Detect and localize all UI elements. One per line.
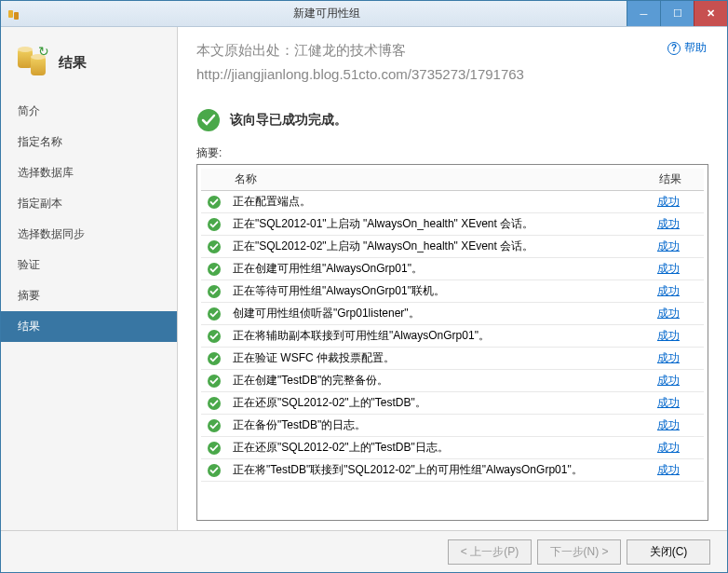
check-icon [207, 374, 222, 389]
result-link[interactable]: 成功 [657, 217, 680, 230]
check-icon [207, 239, 222, 254]
check-icon [207, 307, 222, 321]
check-icon [207, 418, 222, 433]
table-row: 正在备份"TestDB"的日志。成功 [201, 415, 704, 437]
table-row: 正在将"TestDB"联接到"SQL2012-02"上的可用性组"AlwaysO… [201, 459, 704, 482]
nav-item[interactable]: 验证 [1, 250, 177, 280]
window-title: 新建可用性组 [27, 6, 627, 21]
svg-rect-0 [8, 10, 13, 18]
nav-item[interactable]: 结果 [1, 311, 177, 342]
row-name: 正在创建"TestDB"的完整备份。 [227, 370, 652, 392]
table-row: 正在"SQL2012-02"上启动 "AlwaysOn_health" XEve… [201, 236, 704, 258]
titlebar: 新建可用性组 ─ ☐ ✕ [1, 1, 727, 27]
success-text: 该向导已成功完成。 [230, 112, 347, 129]
watermark-text: 本文原始出处：江健龙的技术博客 http://jiangjianlong.blo… [196, 38, 708, 86]
row-name: 正在将"TestDB"联接到"SQL2012-02"上的可用性组"AlwaysO… [227, 459, 652, 482]
row-name: 正在备份"TestDB"的日志。 [227, 415, 652, 437]
check-icon [207, 262, 222, 277]
table-row: 正在将辅助副本联接到可用性组"AlwaysOnGrp01"。成功 [201, 325, 704, 348]
result-link[interactable]: 成功 [657, 307, 680, 320]
check-icon [207, 329, 222, 344]
nav-item[interactable]: 指定名称 [1, 127, 177, 157]
sidebar: ↻ 结果 简介指定名称选择数据库指定副本选择数据同步验证摘要结果 [1, 27, 178, 530]
svg-rect-1 [14, 12, 19, 20]
results-container: 名称 结果 正在配置端点。成功正在"SQL2012-01"上启动 "Always… [196, 164, 708, 521]
table-row: 正在"SQL2012-01"上启动 "AlwaysOn_health" XEve… [201, 213, 704, 236]
table-row: 正在创建"TestDB"的完整备份。成功 [201, 370, 704, 392]
check-icon [207, 195, 222, 210]
result-link[interactable]: 成功 [657, 351, 680, 364]
result-link[interactable]: 成功 [657, 418, 680, 431]
maximize-button[interactable]: ☐ [660, 1, 694, 26]
row-name: 正在等待可用性组"AlwaysOnGrp01"联机。 [227, 280, 652, 303]
help-icon: ? [667, 42, 681, 55]
success-banner: 该向导已成功完成。 [196, 108, 708, 132]
table-row: 正在还原"SQL2012-02"上的"TestDB"日志。成功 [201, 437, 704, 459]
row-name: 正在还原"SQL2012-02"上的"TestDB"日志。 [227, 437, 652, 459]
database-sync-icon: ↻ [16, 46, 49, 79]
nav-item[interactable]: 选择数据库 [1, 157, 177, 188]
table-row: 创建可用性组侦听器"Grp01listener"。成功 [201, 303, 704, 325]
row-name: 正在验证 WSFC 仲裁投票配置。 [227, 348, 652, 370]
row-name: 创建可用性组侦听器"Grp01listener"。 [227, 303, 652, 325]
prev-button[interactable]: < 上一步(P) [448, 539, 532, 565]
table-row: 正在配置端点。成功 [201, 191, 704, 213]
sidebar-header: ↻ 结果 [1, 38, 177, 96]
result-link[interactable]: 成功 [657, 284, 680, 297]
check-icon [207, 463, 222, 478]
window-controls: ─ ☐ ✕ [627, 1, 727, 26]
result-link[interactable]: 成功 [657, 374, 680, 387]
help-link[interactable]: ? 帮助 [667, 40, 707, 56]
result-link[interactable]: 成功 [657, 463, 680, 476]
table-row: 正在创建可用性组"AlwaysOnGrp01"。成功 [201, 258, 704, 280]
check-icon [207, 441, 222, 456]
col-name: 名称 [227, 169, 652, 191]
nav-item[interactable]: 选择数据同步 [1, 219, 177, 250]
row-name: 正在"SQL2012-02"上启动 "AlwaysOn_health" XEve… [227, 236, 652, 258]
result-link[interactable]: 成功 [657, 262, 680, 275]
result-link[interactable]: 成功 [657, 239, 680, 252]
app-icon [7, 7, 21, 21]
check-icon [207, 396, 222, 411]
row-name: 正在还原"SQL2012-02"上的"TestDB"。 [227, 392, 652, 415]
result-link[interactable]: 成功 [657, 396, 680, 409]
nav-item[interactable]: 简介 [1, 96, 177, 127]
row-name: 正在配置端点。 [227, 191, 652, 213]
table-row: 正在等待可用性组"AlwaysOnGrp01"联机。成功 [201, 280, 704, 303]
row-name: 正在创建可用性组"AlwaysOnGrp01"。 [227, 258, 652, 280]
table-row: 正在还原"SQL2012-02"上的"TestDB"。成功 [201, 392, 704, 415]
check-icon [207, 351, 222, 366]
close-button[interactable]: ✕ [694, 1, 727, 26]
footer: < 上一步(P) 下一步(N) > 关闭(C) [1, 530, 727, 572]
col-result: 结果 [652, 169, 704, 191]
sidebar-title: 结果 [59, 54, 87, 72]
result-link[interactable]: 成功 [657, 195, 680, 208]
minimize-button[interactable]: ─ [627, 1, 660, 26]
nav-item[interactable]: 指定副本 [1, 188, 177, 219]
row-name: 正在"SQL2012-01"上启动 "AlwaysOn_health" XEve… [227, 213, 652, 236]
main-panel: 本文原始出处：江健龙的技术博客 http://jiangjianlong.blo… [178, 27, 727, 530]
result-link[interactable]: 成功 [657, 329, 680, 342]
success-check-icon [196, 108, 221, 132]
result-link[interactable]: 成功 [657, 441, 680, 454]
next-button[interactable]: 下一步(N) > [537, 539, 621, 565]
nav-item[interactable]: 摘要 [1, 280, 177, 311]
close-dialog-button[interactable]: 关闭(C) [627, 539, 710, 565]
results-table: 名称 结果 正在配置端点。成功正在"SQL2012-01"上启动 "Always… [201, 169, 704, 482]
row-name: 正在将辅助副本联接到可用性组"AlwaysOnGrp01"。 [227, 325, 652, 348]
summary-label: 摘要: [196, 145, 708, 161]
table-row: 正在验证 WSFC 仲裁投票配置。成功 [201, 348, 704, 370]
check-icon [207, 217, 222, 232]
check-icon [207, 284, 222, 299]
